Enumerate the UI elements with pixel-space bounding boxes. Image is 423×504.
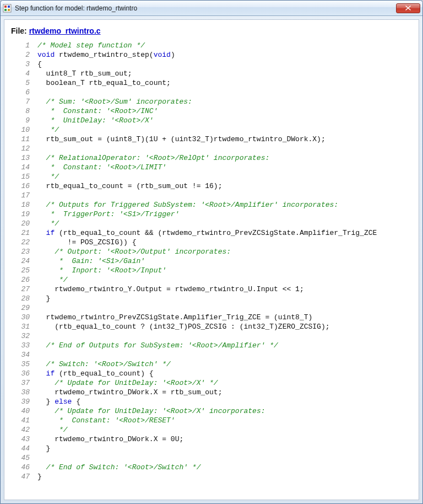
line-source[interactable]: [37, 191, 377, 200]
line-number: 40: [7, 406, 37, 416]
line-source[interactable]: /* End of Switch: '<Root>/Switch' */: [37, 463, 377, 472]
line-source[interactable]: [37, 144, 377, 153]
line-number: 5: [7, 78, 37, 88]
line-number: 16: [7, 181, 37, 191]
code-line: 1/* Model step function */: [7, 41, 377, 50]
line-source[interactable]: /* Outputs for Triggered SubSystem: '<Ro…: [37, 200, 377, 210]
window-frame: Step function for model: rtwdemo_rtwintr…: [0, 0, 423, 504]
code-line: 5 boolean_T rtb_equal_to_count;: [7, 78, 377, 88]
line-source[interactable]: rtb_equal_to_count = (rtb_sum_out != 16)…: [37, 181, 377, 191]
line-source[interactable]: boolean_T rtb_equal_to_count;: [37, 78, 377, 88]
code-line: 43 rtwdemo_rtwintro_DWork.X = 0U;: [7, 435, 377, 444]
line-number: 39: [7, 397, 37, 406]
code-line: 20 */: [7, 219, 377, 228]
line-source[interactable]: rtwdemo_rtwintro_DWork.X = rtb_sum_out;: [37, 388, 377, 397]
code-line: 24 * Gain: '<S1>/Gain': [7, 256, 377, 266]
line-source[interactable]: */: [37, 275, 377, 285]
line-number: 11: [7, 135, 37, 144]
file-link[interactable]: rtwdemo_rtwintro.c: [29, 26, 101, 35]
line-source[interactable]: void rtwdemo_rtwintro_step(void): [37, 50, 377, 60]
line-source[interactable]: */: [37, 125, 377, 135]
line-number: 6: [7, 88, 37, 97]
line-number: 18: [7, 200, 37, 210]
line-number: 25: [7, 266, 37, 275]
svg-rect-4: [8, 9, 10, 11]
line-source[interactable]: rtwdemo_rtwintro_PrevZCSigState.Amplifie…: [37, 313, 377, 322]
line-source[interactable]: }: [37, 444, 377, 453]
line-source[interactable]: }: [37, 472, 377, 481]
line-source[interactable]: rtb_sum_out = (uint8_T)(1U + (uint32_T)r…: [37, 135, 377, 144]
line-source[interactable]: * UnitDelay: '<Root>/X': [37, 116, 377, 125]
line-number: 47: [7, 472, 37, 481]
line-number: 23: [7, 247, 37, 256]
code-line: 27 rtwdemo_rtwintro_Y.Output = rtwdemo_r…: [7, 285, 377, 294]
line-number: 38: [7, 388, 37, 397]
line-source[interactable]: /* Model step function */: [37, 41, 377, 50]
code-line: 26 */: [7, 275, 377, 285]
line-source[interactable]: [37, 303, 377, 313]
line-number: 17: [7, 191, 37, 200]
line-source[interactable]: /* RelationalOperator: '<Root>/RelOpt' i…: [37, 153, 377, 163]
line-source[interactable]: [37, 331, 377, 341]
line-number: 2: [7, 50, 37, 60]
line-number: 9: [7, 116, 37, 125]
line-number: 22: [7, 238, 37, 247]
line-source[interactable]: != POS_ZCSIG)) {: [37, 238, 377, 247]
svg-rect-1: [4, 6, 7, 8]
code-line: 9 * UnitDelay: '<Root>/X': [7, 116, 377, 125]
line-source[interactable]: /* Outport: '<Root>/Output' incorporates…: [37, 247, 377, 256]
line-source[interactable]: [37, 88, 377, 97]
window-title: Step function for model: rtwdemo_rtwintr…: [15, 4, 396, 12]
line-number: 3: [7, 60, 37, 69]
line-source[interactable]: * Gain: '<S1>/Gain': [37, 256, 377, 266]
line-source[interactable]: */: [37, 219, 377, 228]
line-number: 19: [7, 210, 37, 219]
line-number: 43: [7, 435, 37, 444]
line-source[interactable]: /* End of Outputs for SubSystem: '<Root>…: [37, 341, 377, 350]
code-line: 38 rtwdemo_rtwintro_DWork.X = rtb_sum_ou…: [7, 388, 377, 397]
line-source[interactable]: if (rtb_equal_to_count) {: [37, 369, 377, 378]
line-number: 21: [7, 228, 37, 238]
code-line: 12: [7, 144, 377, 153]
code-line: 3{: [7, 60, 377, 69]
line-source[interactable]: {: [37, 60, 377, 69]
line-number: 27: [7, 285, 37, 294]
code-line: 33 /* End of Outputs for SubSystem: '<Ro…: [7, 341, 377, 350]
line-source[interactable]: /* Sum: '<Root>/Sum' incorporates:: [37, 97, 377, 106]
line-source[interactable]: /* Switch: '<Root>/Switch' */: [37, 360, 377, 369]
line-number: 28: [7, 294, 37, 303]
code-table: 1/* Model step function */2void rtwdemo_…: [7, 41, 377, 481]
line-source[interactable]: (rtb_equal_to_count ? (int32_T)POS_ZCSIG…: [37, 322, 377, 331]
line-source[interactable]: /* Update for UnitDelay: '<Root>/X' inco…: [37, 406, 377, 416]
code-line: 40 /* Update for UnitDelay: '<Root>/X' i…: [7, 406, 377, 416]
line-source[interactable]: */: [37, 172, 377, 181]
line-source[interactable]: rtwdemo_rtwintro_DWork.X = 0U;: [37, 435, 377, 444]
line-source[interactable]: * TriggerPort: '<S1>/Trigger': [37, 210, 377, 219]
code-line: 4 uint8_T rtb_sum_out;: [7, 69, 377, 78]
titlebar[interactable]: Step function for model: rtwdemo_rtwintr…: [1, 1, 422, 16]
line-source[interactable]: * Inport: '<Root>/Input': [37, 266, 377, 275]
line-source[interactable]: [37, 350, 377, 360]
line-source[interactable]: * Constant: '<Root>/RESET': [37, 416, 377, 425]
line-source[interactable]: if (rtb_equal_to_count && (rtwdemo_rtwin…: [37, 228, 377, 238]
line-source[interactable]: }: [37, 294, 377, 303]
line-source[interactable]: uint8_T rtb_sum_out;: [37, 69, 377, 78]
line-number: 31: [7, 322, 37, 331]
line-source[interactable]: } else {: [37, 397, 377, 406]
svg-rect-2: [8, 6, 10, 8]
code-line: 34: [7, 350, 377, 360]
line-source[interactable]: * Constant: '<Root>/INC': [37, 106, 377, 116]
line-number: 34: [7, 350, 37, 360]
line-number: 10: [7, 125, 37, 135]
code-scroll-area[interactable]: File: rtwdemo_rtwintro.c 1/* Model step …: [4, 20, 419, 500]
line-source[interactable]: */: [37, 425, 377, 435]
client-area: File: rtwdemo_rtwintro.c 1/* Model step …: [4, 19, 419, 500]
line-source[interactable]: /* Update for UnitDelay: '<Root>/X' */: [37, 378, 377, 388]
line-source[interactable]: * Constant: '<Root>/LIMIT': [37, 163, 377, 172]
code-line: 6: [7, 88, 377, 97]
line-number: 29: [7, 303, 37, 313]
line-number: 26: [7, 275, 37, 285]
close-button[interactable]: [396, 3, 420, 13]
line-source[interactable]: [37, 453, 377, 463]
line-source[interactable]: rtwdemo_rtwintro_Y.Output = rtwdemo_rtwi…: [37, 285, 377, 294]
